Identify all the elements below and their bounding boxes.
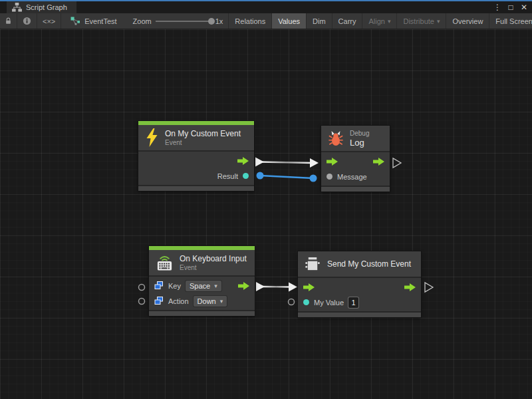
values-toggle[interactable]: Values: [272, 13, 307, 29]
unconnected-value-port[interactable]: [139, 285, 145, 291]
flow-continuation-port[interactable]: [425, 283, 433, 292]
key-dropdown-value: Space: [190, 282, 210, 290]
window-controls: ⋮ □ ✕: [492, 1, 532, 13]
info-icon: [23, 17, 31, 25]
chevron-down-icon: ▾: [437, 18, 440, 25]
dim-toggle[interactable]: Dim: [307, 13, 332, 29]
value-input-field[interactable]: 1: [348, 297, 358, 308]
graph-breadcrumb[interactable]: EventTest: [61, 13, 122, 29]
graph-canvas[interactable]: On My Custom Event Event Result: [0, 29, 532, 399]
connections-layer: [0, 29, 532, 399]
action-dropdown[interactable]: Down ▾: [194, 296, 227, 307]
graph-hierarchy-icon: [12, 3, 22, 12]
value-input-port[interactable]: [303, 299, 309, 305]
code-icon: <×>: [43, 17, 55, 25]
node-debug-log[interactable]: Debug Log Message: [321, 126, 390, 192]
port-label: Key: [168, 282, 181, 290]
node-header: Send My Custom Event: [298, 251, 421, 278]
tab-script-graph[interactable]: Script Graph: [7, 1, 76, 13]
value-input-port[interactable]: [327, 174, 332, 180]
node-body: Result: [138, 152, 254, 185]
overview-button[interactable]: Overview: [446, 13, 489, 29]
action-dropdown-value: Down: [198, 297, 216, 305]
port-label: Action: [168, 297, 189, 305]
flow-output-port[interactable]: [373, 158, 384, 166]
values-label: Values: [278, 17, 300, 25]
relations-label: Relations: [235, 17, 265, 25]
tab-strip: Script Graph ⋮ □ ✕: [0, 0, 532, 13]
node-body: My Value 1: [298, 278, 421, 311]
window-menu-button[interactable]: ⋮: [492, 2, 503, 13]
value-output-port[interactable]: [243, 173, 249, 179]
port-label: Message: [337, 173, 367, 181]
maximize-button[interactable]: □: [505, 2, 516, 13]
code-preview-button[interactable]: <×>: [37, 13, 61, 29]
node-header: On My Custom Event Event: [138, 125, 254, 152]
key-dropdown[interactable]: Space ▾: [186, 281, 221, 291]
inline-value-icon: [154, 297, 164, 305]
carry-label: Carry: [338, 17, 356, 25]
zoom-control: Zoom 1x: [122, 13, 229, 29]
graph-toolbar: <×> EventTest Zoom 1x Relations Values: [0, 13, 532, 29]
zoom-value: 1x: [215, 17, 223, 25]
tab-label: Script Graph: [26, 3, 67, 11]
chevron-down-icon: ▾: [220, 298, 223, 305]
node-header: Debug Log: [321, 126, 390, 152]
full-screen-label: Full Screen: [495, 17, 532, 25]
close-button[interactable]: ✕: [519, 2, 529, 13]
script-graph-window: Script Graph ⋮ □ ✕ <×>: [0, 0, 532, 399]
value-wire-result-to-message[interactable]: [257, 172, 317, 182]
overview-label: Overview: [452, 17, 483, 25]
relations-toggle[interactable]: Relations: [228, 13, 272, 29]
keyboard-signal-icon: [156, 254, 174, 271]
unconnected-value-port[interactable]: [289, 299, 295, 305]
bug-icon: [328, 130, 344, 147]
graph-name: EventTest: [84, 17, 116, 25]
node-footer: [321, 186, 390, 192]
node-title: On My Custom Event: [165, 129, 241, 138]
node-footer: [149, 310, 255, 316]
node-body: Message: [321, 152, 390, 186]
node-footer: [298, 311, 421, 317]
node-subtitle: Event: [180, 264, 247, 271]
flow-continuation-port[interactable]: [393, 158, 401, 168]
node-title: On Keyboard Input: [180, 254, 247, 263]
port-label: Result: [217, 172, 238, 180]
dim-label: Dim: [313, 17, 326, 25]
node-title: Send My Custom Event: [327, 259, 411, 269]
flow-output-port[interactable]: [237, 157, 249, 165]
full-screen-button[interactable]: Full Screen: [489, 13, 532, 29]
align-dropdown[interactable]: Align ▾: [362, 13, 397, 29]
node-category: Debug: [350, 130, 369, 137]
zoom-slider[interactable]: [156, 21, 211, 22]
node-on-keyboard-input[interactable]: On Keyboard Input Event Key Space ▾: [149, 246, 255, 316]
distribute-dropdown[interactable]: Distribute ▾: [397, 13, 446, 29]
chevron-down-icon: ▾: [214, 283, 217, 289]
flow-wire-customevent-to-log[interactable]: [255, 158, 319, 168]
unconnected-value-port[interactable]: [139, 299, 145, 305]
distribute-label: Distribute: [403, 17, 434, 25]
chevron-down-icon: ▾: [388, 18, 391, 25]
lock-icon: [5, 17, 11, 25]
node-header: On Keyboard Input Event: [149, 250, 255, 277]
node-subtitle: Event: [165, 139, 241, 146]
inspect-button[interactable]: [17, 13, 37, 29]
script-graph-icon: [70, 17, 80, 25]
node-title: Log: [350, 138, 369, 148]
node-on-my-custom-event[interactable]: On My Custom Event Event Result: [138, 121, 254, 191]
zoom-label: Zoom: [133, 17, 152, 25]
lock-button[interactable]: [0, 13, 17, 29]
zoom-slider-knob[interactable]: [208, 18, 215, 25]
inline-value-icon: [154, 281, 164, 290]
flow-output-port[interactable]: [238, 282, 249, 290]
flow-wire-keyboard-to-send[interactable]: [256, 282, 297, 292]
lightning-bolt-icon: [145, 128, 159, 147]
node-body: Key Space ▾ Action: [149, 277, 255, 310]
flow-output-port[interactable]: [404, 283, 416, 291]
flow-input-port[interactable]: [303, 283, 315, 291]
port-label: My Value: [314, 299, 344, 307]
flow-input-port[interactable]: [327, 158, 338, 166]
carry-toggle[interactable]: Carry: [332, 13, 363, 29]
node-send-my-custom-event[interactable]: Send My Custom Event My Value 1: [298, 251, 421, 317]
align-label: Align: [368, 17, 384, 25]
